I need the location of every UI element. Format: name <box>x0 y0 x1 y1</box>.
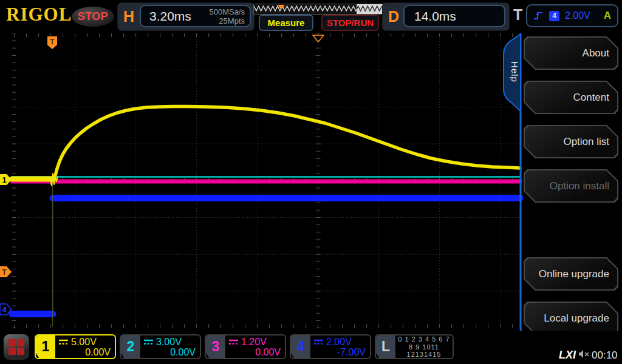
horizontal-timebase-panel[interactable]: H 3.20ms 500MSa/s 25Mpts <box>118 3 254 30</box>
memory-depth: 25Mpts <box>209 16 245 25</box>
menu-button-option-list[interactable]: Option list <box>524 125 618 158</box>
timebase-value: 3.20ms <box>149 9 191 24</box>
delay-value-box: 14.0ms <box>403 5 505 27</box>
menu-button-label: About <box>583 47 617 59</box>
run-state-label: STOP <box>78 10 109 23</box>
dc-coupling-icon <box>144 339 153 345</box>
trigger-panel[interactable]: 4 2.00V A <box>526 4 618 27</box>
clock: 00:10 <box>592 349 618 362</box>
menu-button-label: Option install <box>550 180 617 192</box>
trigger-source-badge: 4 <box>549 11 559 21</box>
channel2-offset: 0.00V <box>144 348 196 357</box>
menu-button-online-upgrade[interactable]: Online upgrade <box>524 257 618 291</box>
menu-button-option-install[interactable]: Option install <box>524 169 618 203</box>
timebase-value-box: 3.20ms 500MSa/s 25Mpts <box>140 5 251 27</box>
menu-button-local-upgrade[interactable]: Local upgrade <box>524 302 618 335</box>
channel3-scale: 1.20V <box>241 337 267 348</box>
trigger-level-value: 2.00V <box>565 10 590 21</box>
delay-label: D <box>388 8 399 25</box>
channel1-offset: 0.00V <box>59 348 111 357</box>
channel3-offset: 0.00V <box>229 348 281 357</box>
trigger-sweep-mode: A <box>604 10 611 22</box>
sample-rate: 500MSa/s <box>209 7 245 16</box>
svg-text:1: 1 <box>2 175 6 184</box>
trigger-edge-icon <box>533 11 544 21</box>
menu-button-label: Option list <box>563 136 617 148</box>
rigol-logo: RIGOL <box>6 4 72 25</box>
ch1-trace <box>53 107 520 180</box>
channel2-block[interactable]: 2 3.00V 0.00V <box>120 334 201 359</box>
measure-button[interactable]: Measure <box>259 15 313 31</box>
channel3-block[interactable]: 3 1.20V 0.00V <box>205 334 286 359</box>
menu-button-label: Online upgrade <box>539 268 617 280</box>
acquisition-info: 500MSa/s 25Mpts <box>209 7 245 25</box>
menu-button-label: Content <box>573 92 617 104</box>
lxi-indicator: LXI <box>559 349 576 362</box>
channel1-tab: 1 <box>36 335 55 358</box>
channel4-tab: 4 <box>291 335 310 358</box>
stop-run-button[interactable]: STOP/RUN <box>321 15 379 31</box>
speaker-muted-icon <box>578 349 590 359</box>
delay-value: 14.0ms <box>414 9 456 24</box>
svg-text:T: T <box>50 37 55 46</box>
menu-button-content[interactable]: Content <box>524 81 618 114</box>
dc-coupling-icon <box>314 339 323 345</box>
channel1-block[interactable]: 1 5.00V 0.00V <box>35 334 116 359</box>
waveform-traces <box>12 107 520 327</box>
channel4-offset: -7.00V <box>314 348 366 357</box>
bottom-status-bar: 1 5.00V 0.00V 2 3.00V <box>0 331 622 364</box>
channel2-tab: 2 <box>121 335 140 358</box>
dc-coupling-icon <box>229 339 238 345</box>
channel2-scale: 3.00V <box>156 337 182 348</box>
channel4-scale: 2.00V <box>326 337 352 348</box>
logic-tab: L <box>376 335 395 358</box>
menu-button-label: Local upgrade <box>544 312 617 325</box>
channel3-tab: 3 <box>206 335 225 358</box>
menu-button-about[interactable]: About <box>524 36 618 70</box>
plot-markers: T1T4 <box>0 35 324 315</box>
measure-button-label: Measure <box>268 18 305 28</box>
svg-text:T: T <box>2 268 7 277</box>
horizontal-label: H <box>123 8 134 25</box>
dc-coupling-icon <box>59 339 68 345</box>
channel-menu-button[interactable] <box>4 334 29 360</box>
oscilloscope-screen: T1T4 RIGOL STOP H 3.20ms 500MSa/s 25Mpts… <box>0 0 622 364</box>
run-state-badge: STOP <box>72 7 114 27</box>
red-squares-icon <box>9 339 24 355</box>
logic-channels-block[interactable]: L 0 1 2 3 4 5 6 7 8 9 1011 12131415 <box>375 334 454 359</box>
delay-panel[interactable]: D 14.0ms <box>383 3 509 30</box>
channel4-block[interactable]: 4 2.00V -7.00V <box>290 334 371 359</box>
memory-waveform-preview[interactable] <box>254 4 384 14</box>
help-menu-tab[interactable]: Help <box>502 47 520 96</box>
svg-text:4: 4 <box>2 305 7 314</box>
top-status-bar: RIGOL STOP H 3.20ms 500MSa/s 25Mpts Meas… <box>0 0 622 33</box>
logic-row-8-15: 8 9 1011 12131415 <box>395 343 453 358</box>
channel1-scale: 5.00V <box>71 337 97 348</box>
logic-row-0-7: 0 1 2 3 4 5 6 7 <box>395 335 453 343</box>
trigger-label: T <box>513 6 522 24</box>
stop-run-button-label: STOP/RUN <box>327 18 374 28</box>
